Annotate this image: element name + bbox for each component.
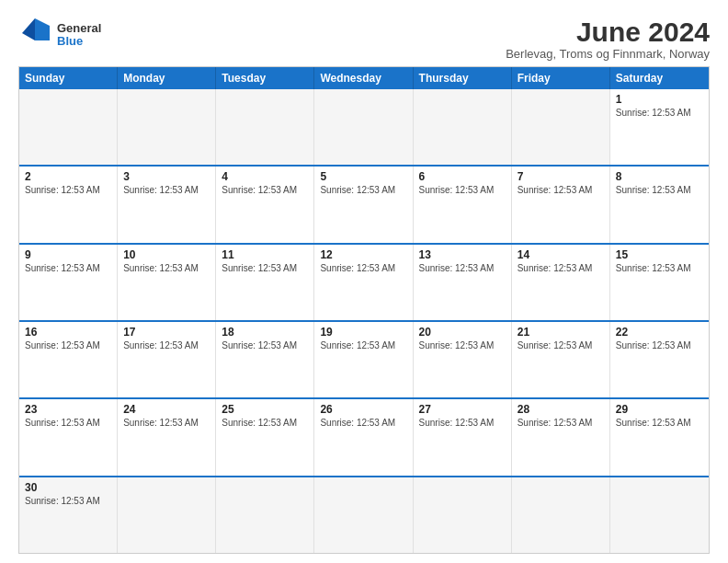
- header-friday: Friday: [512, 67, 610, 89]
- day-cell-week4-day1: 16Sunrise: 12:53 AM: [19, 322, 118, 397]
- day-cell-week3-day1: 9Sunrise: 12:53 AM: [19, 245, 118, 320]
- day-number: 7: [518, 170, 604, 183]
- sunrise-text: Sunrise: 12:53 AM: [616, 340, 703, 350]
- day-cell-week4-day4: 19Sunrise: 12:53 AM: [314, 322, 413, 397]
- day-cell-week6-day6: [512, 477, 610, 553]
- week-row-3: 9Sunrise: 12:53 AM10Sunrise: 12:53 AM11S…: [19, 243, 709, 320]
- day-number: 10: [123, 248, 210, 261]
- day-number: 17: [123, 326, 210, 339]
- day-cell-week6-day5: [414, 477, 512, 553]
- generalblue-logo-icon: [18, 17, 51, 50]
- sunrise-text: Sunrise: 12:53 AM: [25, 418, 111, 428]
- location-subtitle: Berlevag, Troms og Finnmark, Norway: [506, 47, 710, 61]
- header-monday: Monday: [118, 67, 216, 89]
- sunrise-text: Sunrise: 12:53 AM: [320, 263, 406, 273]
- day-cell-week6-day3: [216, 477, 314, 553]
- day-number: 6: [419, 170, 506, 183]
- day-cell-week2-day5: 6Sunrise: 12:53 AM: [414, 167, 512, 242]
- day-cell-week4-day3: 18Sunrise: 12:53 AM: [216, 322, 314, 397]
- calendar: Sunday Monday Tuesday Wednesday Thursday…: [18, 66, 710, 554]
- day-number: 24: [123, 403, 210, 416]
- sunrise-text: Sunrise: 12:53 AM: [616, 185, 703, 195]
- day-cell-week6-day7: [610, 477, 709, 553]
- sunrise-text: Sunrise: 12:53 AM: [222, 185, 308, 195]
- week-row-1: 1Sunrise: 12:53 AM: [19, 89, 709, 165]
- day-cell-week6-day1: 30Sunrise: 12:53 AM: [19, 477, 118, 553]
- day-cell-week1-day1: [19, 89, 118, 165]
- sunrise-text: Sunrise: 12:53 AM: [25, 496, 111, 506]
- day-cell-week2-day1: 2Sunrise: 12:53 AM: [19, 167, 118, 242]
- week-row-4: 16Sunrise: 12:53 AM17Sunrise: 12:53 AM18…: [19, 320, 709, 397]
- day-cell-week5-day6: 28Sunrise: 12:53 AM: [512, 399, 610, 475]
- sunrise-text: Sunrise: 12:53 AM: [616, 263, 703, 273]
- day-number: 15: [616, 248, 703, 261]
- day-number: 18: [222, 326, 308, 339]
- day-cell-week5-day5: 27Sunrise: 12:53 AM: [414, 399, 512, 475]
- sunrise-text: Sunrise: 12:53 AM: [419, 340, 506, 350]
- day-number: 9: [25, 248, 111, 261]
- page: General Blue June 2024 Berlevag, Troms o…: [0, 0, 728, 563]
- sunrise-text: Sunrise: 12:53 AM: [320, 340, 406, 350]
- sunrise-text: Sunrise: 12:53 AM: [25, 263, 111, 273]
- day-number: 14: [518, 248, 604, 261]
- sunrise-text: Sunrise: 12:53 AM: [518, 185, 604, 195]
- day-cell-week1-day5: [414, 89, 512, 165]
- day-cell-week4-day7: 22Sunrise: 12:53 AM: [610, 322, 709, 397]
- sunrise-text: Sunrise: 12:53 AM: [320, 418, 406, 428]
- day-number: 21: [518, 326, 604, 339]
- day-number: 23: [25, 403, 111, 416]
- day-number: 25: [222, 403, 308, 416]
- day-number: 12: [320, 248, 406, 261]
- month-year-title: June 2024: [506, 17, 710, 47]
- sunrise-text: Sunrise: 12:53 AM: [419, 263, 506, 273]
- sunrise-text: Sunrise: 12:53 AM: [123, 418, 210, 428]
- day-cell-week5-day2: 24Sunrise: 12:53 AM: [118, 399, 216, 475]
- sunrise-text: Sunrise: 12:53 AM: [25, 185, 111, 195]
- title-area: June 2024 Berlevag, Troms og Finnmark, N…: [506, 17, 710, 61]
- day-cell-week3-day4: 12Sunrise: 12:53 AM: [314, 245, 413, 320]
- day-cell-week3-day5: 13Sunrise: 12:53 AM: [414, 245, 512, 320]
- day-cell-week1-day2: [118, 89, 216, 165]
- day-number: 4: [222, 170, 308, 183]
- sunrise-text: Sunrise: 12:53 AM: [123, 185, 210, 195]
- week-row-2: 2Sunrise: 12:53 AM3Sunrise: 12:53 AM4Sun…: [19, 165, 709, 242]
- day-cell-week1-day4: [314, 89, 413, 165]
- day-cell-week2-day6: 7Sunrise: 12:53 AM: [512, 167, 610, 242]
- sunrise-text: Sunrise: 12:53 AM: [25, 340, 111, 350]
- day-number: 16: [25, 326, 111, 339]
- day-cell-week5-day7: 29Sunrise: 12:53 AM: [610, 399, 709, 475]
- header: General Blue June 2024 Berlevag, Troms o…: [18, 17, 710, 61]
- day-cell-week5-day4: 26Sunrise: 12:53 AM: [314, 399, 413, 475]
- day-cell-week1-day3: [216, 89, 314, 165]
- day-number: 30: [25, 481, 111, 494]
- day-cell-week5-day1: 23Sunrise: 12:53 AM: [19, 399, 118, 475]
- day-cell-week1-day7: 1Sunrise: 12:53 AM: [610, 89, 709, 165]
- day-number: 26: [320, 403, 406, 416]
- day-cell-week2-day3: 4Sunrise: 12:53 AM: [216, 167, 314, 242]
- sunrise-text: Sunrise: 12:53 AM: [419, 185, 506, 195]
- sunrise-text: Sunrise: 12:53 AM: [123, 263, 210, 273]
- day-cell-week6-day4: [314, 477, 413, 553]
- day-number: 2: [25, 170, 111, 183]
- day-cell-week3-day3: 11Sunrise: 12:53 AM: [216, 245, 314, 320]
- day-cell-week2-day2: 3Sunrise: 12:53 AM: [118, 167, 216, 242]
- sunrise-text: Sunrise: 12:53 AM: [222, 340, 308, 350]
- header-wednesday: Wednesday: [314, 67, 413, 89]
- sunrise-text: Sunrise: 12:53 AM: [419, 418, 506, 428]
- day-number: 1: [616, 93, 703, 106]
- logo-general-text: General: [57, 22, 101, 35]
- header-tuesday: Tuesday: [216, 67, 314, 89]
- day-number: 27: [419, 403, 506, 416]
- logo: General Blue: [18, 17, 101, 53]
- calendar-body: 1Sunrise: 12:53 AM2Sunrise: 12:53 AM3Sun…: [19, 89, 709, 553]
- sunrise-text: Sunrise: 12:53 AM: [222, 418, 308, 428]
- week-row-6: 30Sunrise: 12:53 AM: [19, 476, 709, 553]
- day-cell-week4-day2: 17Sunrise: 12:53 AM: [118, 322, 216, 397]
- day-number: 3: [123, 170, 210, 183]
- sunrise-text: Sunrise: 12:53 AM: [320, 185, 406, 195]
- sunrise-text: Sunrise: 12:53 AM: [616, 418, 703, 428]
- sunrise-text: Sunrise: 12:53 AM: [222, 263, 308, 273]
- day-number: 5: [320, 170, 406, 183]
- day-number: 19: [320, 326, 406, 339]
- day-cell-week4-day6: 21Sunrise: 12:53 AM: [512, 322, 610, 397]
